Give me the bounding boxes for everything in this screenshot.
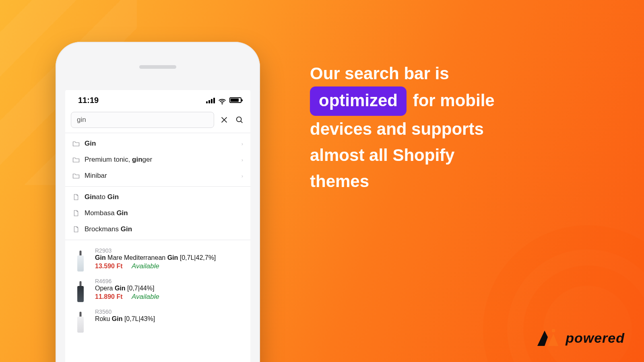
svg-rect-5 (552, 329, 555, 332)
chevron-right-icon: › (242, 157, 243, 163)
product-info: R2903 Gin Mare Mediterranean Gin [0,7L|4… (95, 247, 243, 272)
product-price-row: 11.890 Ft Available (95, 293, 243, 301)
folder-icon (72, 156, 80, 163)
product-sku: R4696 (95, 278, 243, 284)
headline-text: Our search bar is (310, 64, 449, 83)
headline-text: themes (310, 172, 369, 191)
brand-word: powered (566, 330, 625, 346)
suggestion-label: Brockmans Gin (85, 225, 132, 233)
brand-logo-icon (536, 328, 560, 348)
battery-icon (229, 97, 242, 103)
product-availability: Available (132, 293, 159, 300)
cellular-signal-icon (206, 97, 215, 103)
phone-frame: 11:19 (56, 42, 260, 362)
bottle-icon (77, 251, 84, 272)
page-suggestion[interactable]: Brockmans Gin (65, 221, 250, 237)
suggestion-label: Gin (85, 140, 96, 148)
product-info: R4696 Opera Gin [0,7|44%] 11.890 Ft Avai… (95, 278, 243, 302)
search-icon[interactable] (234, 115, 245, 125)
marketing-headline: Our search bar is optimized for mobile d… (310, 60, 572, 194)
phone-speaker (139, 65, 176, 69)
page-icon (72, 226, 80, 232)
search-row (65, 110, 250, 133)
bottle-icon (77, 281, 84, 302)
category-suggestion[interactable]: Gin › (65, 136, 250, 152)
folder-icon (72, 173, 80, 179)
headline-text: devices and supports (310, 119, 484, 138)
svg-point-3 (237, 117, 242, 122)
product-sku: R2903 (95, 247, 243, 254)
page-suggestions: Ginato Gin Mombasa Gin Brockmans Gin (65, 187, 250, 240)
category-suggestion[interactable]: Minibar › (65, 168, 250, 184)
svg-line-4 (241, 121, 242, 123)
product-result[interactable]: R2903 Gin Mare Mediterranean Gin [0,7L|4… (65, 243, 250, 274)
suggestion-label: Mombasa Gin (85, 209, 128, 217)
page-suggestion[interactable]: Ginato Gin (65, 189, 250, 205)
product-price-row: 13.590 Ft Available (95, 262, 243, 270)
product-info: R3560 Roku Gin [0,7L|43%] (95, 309, 243, 333)
chevron-right-icon: › (242, 173, 243, 179)
product-availability: Available (132, 262, 159, 270)
suggestion-label: Ginato Gin (85, 193, 119, 201)
product-title: Roku Gin [0,7L|43%] (95, 315, 243, 323)
product-thumbnail (72, 278, 89, 302)
headline-text: almost all Shopify (310, 146, 454, 165)
search-input[interactable] (71, 112, 214, 128)
product-title: Opera Gin [0,7|44%] (95, 285, 243, 292)
folder-icon (72, 140, 80, 147)
brand-badge: powered (536, 328, 625, 348)
wifi-icon (218, 97, 226, 103)
category-suggestions: Gin › Premium tonic, ginger › Minibar (65, 133, 250, 186)
product-results: R2903 Gin Mare Mediterranean Gin [0,7L|4… (65, 240, 250, 343)
product-thumbnail (72, 309, 89, 333)
page-suggestion[interactable]: Mombasa Gin (65, 205, 250, 221)
chevron-right-icon: › (242, 141, 243, 147)
product-result[interactable]: R3560 Roku Gin [0,7L|43%] (65, 304, 250, 335)
product-title: Gin Mare Mediterranean Gin [0,7L|42,7%] (95, 254, 243, 261)
product-price: 11.890 Ft (95, 293, 122, 300)
page-icon (72, 194, 80, 200)
phone-screen: 11:19 (65, 90, 250, 362)
status-icons (206, 97, 242, 103)
suggestion-label: Minibar (85, 172, 107, 180)
product-result[interactable]: R4696 Opera Gin [0,7|44%] 11.890 Ft Avai… (65, 274, 250, 304)
page-icon (72, 210, 80, 216)
status-time: 11:19 (78, 96, 99, 105)
status-bar: 11:19 (65, 90, 250, 110)
headline-text: for mobile (413, 91, 495, 110)
product-thumbnail (72, 247, 89, 272)
product-sku: R3560 (95, 309, 243, 315)
bottle-icon (77, 312, 84, 333)
product-price: 13.590 Ft (95, 263, 122, 269)
clear-icon[interactable] (219, 115, 229, 125)
suggestion-label: Premium tonic, ginger (85, 156, 152, 164)
product-price-row (95, 323, 243, 331)
headline-highlight: optimized (310, 86, 407, 116)
category-suggestion[interactable]: Premium tonic, ginger › (65, 152, 250, 168)
svg-point-0 (222, 103, 223, 105)
